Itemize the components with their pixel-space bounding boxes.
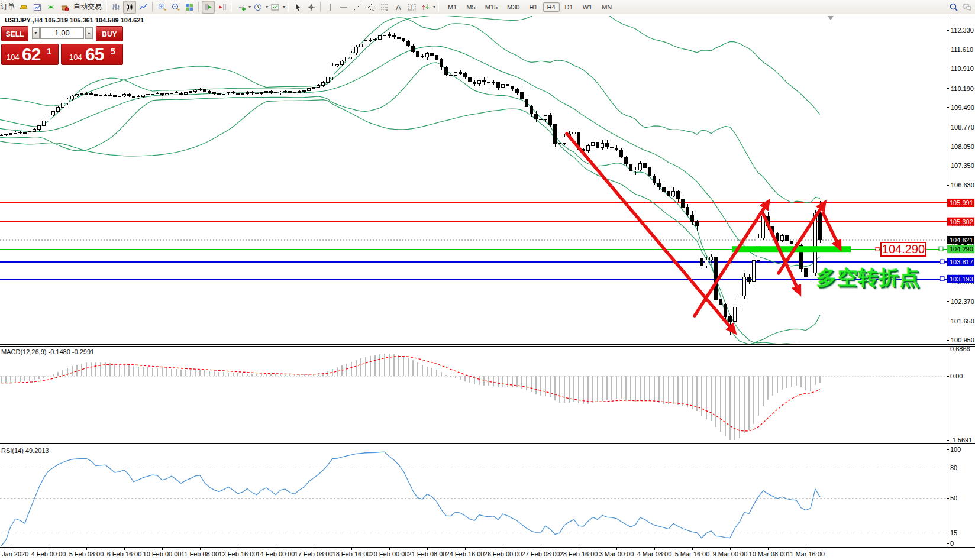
candle: [317, 85, 320, 87]
indicators-dropdown-caret[interactable]: ▾: [248, 4, 251, 9]
text-label-icon[interactable]: T: [405, 1, 418, 14]
price-level-callout[interactable]: 104.290: [880, 242, 926, 257]
candle: [327, 77, 330, 82]
lot-size-input[interactable]: 1.00: [40, 27, 84, 39]
candle: [464, 73, 467, 77]
timeframe-w1[interactable]: W1: [579, 2, 597, 12]
timeframe-d1[interactable]: D1: [561, 2, 577, 12]
auto-trading-button[interactable]: 自动交易: [72, 2, 104, 12]
candle: [227, 92, 230, 93]
text-icon[interactable]: A: [392, 1, 405, 14]
candle: [790, 241, 793, 244]
one-click-trading-panel: SELL ▼ 1.00 ▲ BUY 104 62 1 104 65 5: [1, 26, 123, 65]
candle: [14, 132, 17, 133]
buy-button[interactable]: BUY: [96, 26, 123, 41]
candlestick-chart-icon[interactable]: [123, 1, 136, 14]
candle: [620, 150, 623, 157]
svg-text:104.290: 104.290: [950, 245, 973, 253]
bar-chart-icon[interactable]: [109, 1, 122, 14]
vertical-line-icon[interactable]: [324, 1, 337, 14]
timeframe-m1[interactable]: M1: [444, 2, 461, 12]
candle: [454, 73, 457, 75]
cursor-icon[interactable]: [291, 1, 304, 14]
gold-bar-icon[interactable]: [17, 1, 30, 14]
crosshair-icon[interactable]: [305, 1, 318, 14]
price-tick-label: 110.190: [951, 85, 974, 92]
candle: [298, 92, 301, 93]
time-tick-label: 26 Feb 00:00: [484, 551, 522, 558]
candle: [431, 53, 434, 55]
signal-icon[interactable]: [44, 1, 57, 14]
comments-icon[interactable]: [961, 1, 974, 14]
price-tick-label: 108.770: [951, 124, 974, 131]
chart-publish-icon[interactable]: [31, 1, 44, 14]
candle: [275, 92, 277, 93]
timeframe-mn[interactable]: MN: [598, 2, 616, 12]
templates-dropdown-caret[interactable]: ▾: [283, 4, 285, 9]
green-line-handle: [939, 247, 943, 251]
chart-templates-icon[interactable]: [269, 1, 282, 14]
arrows-icon[interactable]: [419, 1, 432, 14]
timeframe-m15[interactable]: M15: [481, 2, 502, 12]
buy-price-sup: 5: [111, 47, 115, 56]
candle: [525, 99, 528, 107]
price-tick-label: 107.350: [951, 162, 974, 169]
candle: [90, 93, 93, 94]
candle: [435, 55, 438, 59]
equidistant-channel-icon[interactable]: E: [364, 1, 377, 14]
zoom-in-icon[interactable]: [156, 1, 169, 14]
rsi-indicator-label: RSI(14) 49.2013: [1, 447, 49, 454]
new-order-button[interactable]: 订单: [0, 2, 17, 12]
sell-price-box[interactable]: 104 62 1: [1, 44, 59, 65]
svg-text:105.302: 105.302: [950, 218, 973, 225]
macd-scale-label: -1.5691: [950, 436, 972, 444]
candle: [558, 143, 561, 144]
search-icon[interactable]: [947, 1, 960, 14]
candle: [700, 258, 703, 266]
candle: [677, 191, 680, 199]
lot-increase-button[interactable]: ▲: [85, 27, 93, 39]
lot-decrease-button[interactable]: ▼: [32, 27, 40, 39]
zoom-out-icon[interactable]: [169, 1, 182, 14]
buy-price-box[interactable]: 104 65 5: [61, 44, 123, 65]
candle: [246, 92, 249, 93]
indicators-add-icon[interactable]: [234, 1, 247, 14]
arrows-dropdown-caret[interactable]: ▾: [433, 4, 435, 9]
candle: [142, 95, 145, 97]
candle: [492, 83, 495, 83]
candle: [260, 92, 263, 94]
auto-trading-basket-icon[interactable]: [58, 1, 71, 14]
candle: [658, 183, 661, 187]
timeframe-m30[interactable]: M30: [503, 2, 524, 12]
sell-button[interactable]: SELL: [1, 26, 28, 41]
timeframe-h1[interactable]: H1: [525, 2, 541, 12]
timeframe-m5[interactable]: M5: [462, 2, 479, 12]
buy-price-big: 65: [85, 44, 104, 64]
time-tick-label: 11 Mar 16:00: [787, 551, 825, 558]
chart-shift-icon[interactable]: [215, 1, 228, 14]
line-chart-icon[interactable]: [137, 1, 150, 14]
candle: [293, 92, 296, 93]
periods-clock-icon[interactable]: [251, 1, 264, 14]
auto-scroll-icon[interactable]: [202, 1, 215, 14]
fibonacci-icon[interactable]: F: [378, 1, 391, 14]
trendline-icon[interactable]: [351, 1, 364, 14]
candle: [469, 77, 472, 82]
tile-windows-icon[interactable]: [183, 1, 196, 14]
horizontal-line-icon[interactable]: [337, 1, 350, 14]
candle: [222, 93, 225, 94]
candle: [270, 92, 273, 92]
turning-point-annotation[interactable]: 多空转折点: [816, 264, 920, 292]
timeframe-h4[interactable]: H4: [543, 2, 560, 12]
periods-dropdown-caret[interactable]: ▾: [266, 4, 268, 9]
price-tick-label: 106.630: [951, 182, 974, 189]
time-tick-label: 5 Mar 16:00: [675, 551, 710, 558]
candle: [417, 51, 419, 56]
candle: [629, 164, 632, 171]
candle: [156, 93, 159, 94]
candle: [710, 257, 713, 260]
candle: [114, 96, 117, 97]
candle: [166, 94, 169, 95]
candle: [308, 89, 311, 91]
candle: [322, 82, 325, 85]
